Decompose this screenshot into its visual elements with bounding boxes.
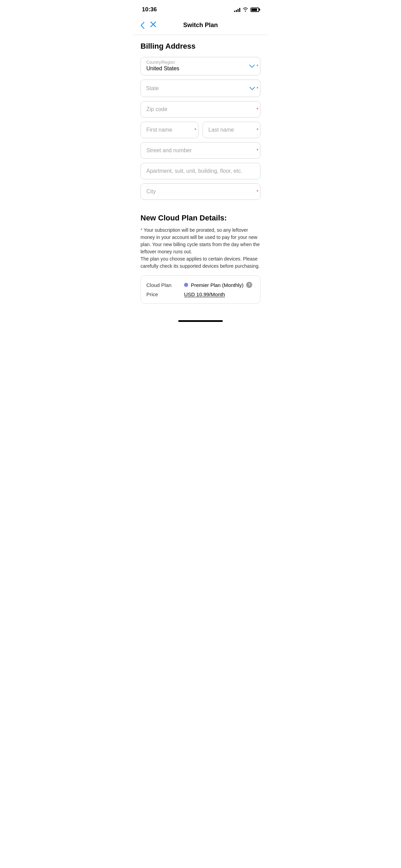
status-time: 10:36	[142, 6, 157, 13]
city-required: *	[257, 189, 258, 194]
back-button[interactable]	[141, 20, 147, 31]
country-required: *	[257, 63, 258, 69]
home-indicator	[134, 317, 267, 323]
battery-icon	[251, 8, 259, 12]
state-field-wrapper: State *	[141, 80, 260, 97]
status-bar: 10:36	[134, 0, 267, 17]
apartment-input[interactable]	[141, 163, 260, 179]
nav-bar: Switch Plan	[134, 17, 267, 35]
plan-details-section: New Cloud Plan Details: * Your subscript…	[134, 204, 267, 311]
wifi-icon	[242, 7, 248, 13]
zip-required: *	[257, 107, 258, 112]
note-text: Your subscription will be prorated, so a…	[141, 227, 260, 254]
help-icon[interactable]: ?	[246, 282, 252, 288]
first-name-input[interactable]	[141, 122, 198, 138]
city-input[interactable]	[141, 183, 260, 200]
cloud-plan-name: Premier Plan (Monthly)	[191, 282, 243, 288]
price-label: Price	[146, 291, 184, 297]
home-bar	[178, 320, 223, 322]
state-select[interactable]	[141, 80, 260, 97]
state-dropdown-container: State	[141, 80, 260, 97]
cloud-plan-row: Cloud Plan Premier Plan (Monthly) ?	[146, 282, 255, 288]
cloud-plan-label: Cloud Plan	[146, 282, 184, 288]
cloud-plan-value: Premier Plan (Monthly) ?	[184, 282, 252, 288]
name-fields-row: * *	[141, 122, 260, 138]
country-label: Country/Region	[146, 60, 255, 65]
note-asterisk: *	[141, 227, 144, 233]
street-input[interactable]	[141, 142, 260, 159]
zip-field-wrapper: *	[141, 101, 260, 118]
status-icons	[234, 7, 259, 13]
page-title: Switch Plan	[183, 22, 218, 29]
plan-details-title: New Cloud Plan Details:	[141, 214, 260, 222]
country-value: United States	[146, 65, 255, 72]
price-value: USD 10.99/Month	[184, 291, 225, 297]
price-row: Price USD 10.99/Month	[146, 291, 255, 297]
last-name-required: *	[257, 127, 258, 133]
plan-card: Cloud Plan Premier Plan (Monthly) ? Pric…	[141, 275, 260, 304]
plan-dot-icon	[184, 283, 188, 287]
billing-address-section: Billing Address Country/Region United St…	[134, 35, 267, 200]
first-name-wrapper: *	[141, 122, 198, 138]
country-field-wrapper: Country/Region United States *	[141, 57, 260, 75]
close-button[interactable]	[147, 20, 159, 31]
apartment-field-wrapper	[141, 163, 260, 179]
note-text-2: The plan you choose applies to certain d…	[141, 256, 260, 269]
country-dropdown[interactable]: Country/Region United States	[141, 57, 260, 75]
state-required: *	[257, 86, 258, 91]
first-name-required: *	[195, 127, 196, 133]
zip-input[interactable]	[141, 101, 260, 118]
street-field-wrapper: *	[141, 142, 260, 159]
plan-details-note: * Your subscription will be prorated, so…	[141, 227, 260, 270]
signal-icon	[234, 7, 240, 12]
city-field-wrapper: *	[141, 183, 260, 200]
last-name-input[interactable]	[203, 122, 260, 138]
street-required: *	[257, 148, 258, 153]
country-chevron-icon	[249, 63, 255, 69]
last-name-wrapper: *	[203, 122, 260, 138]
billing-address-title: Billing Address	[141, 42, 260, 51]
